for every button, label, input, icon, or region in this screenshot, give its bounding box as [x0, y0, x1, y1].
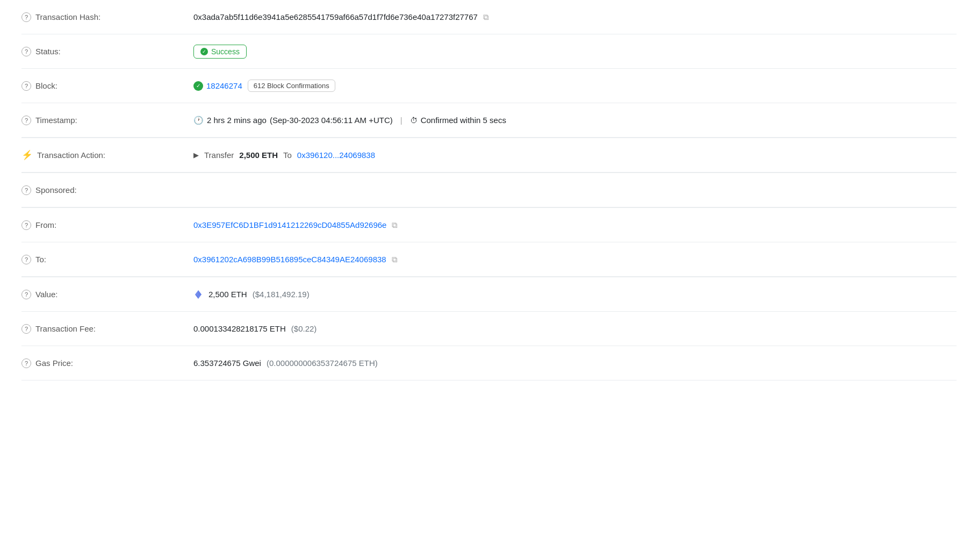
to-row: ? To: 0x3961202cA698B99B516895ceC84349AE…	[21, 242, 957, 277]
to-address-link[interactable]: 0x3961202cA698B99B516895ceC84349AE240698…	[193, 255, 386, 264]
transaction-action-label-text: Transaction Action:	[37, 150, 105, 160]
timestamp-confirmed-container: ⏱ Confirmed within 5 secs	[410, 116, 506, 125]
transaction-fee-value: 0.000133428218175 ETH ($0.22)	[193, 324, 957, 333]
from-address-text: 0x3E957EfC6D1BF1d9141212269cD04855Ad9269…	[193, 220, 386, 229]
gas-price-value: 6.353724675 Gwei (0.000000006353724675 E…	[193, 358, 957, 368]
timestamp-confirmed: Confirmed within 5 secs	[421, 116, 506, 125]
action-to-text: To	[283, 150, 292, 160]
transaction-fee-help-icon[interactable]: ?	[21, 324, 31, 334]
transaction-action-value: ▶ Transfer 2,500 ETH To 0x396120...24069…	[193, 150, 957, 160]
from-label-text: From:	[35, 220, 56, 229]
action-arrow-icon: ▶	[193, 151, 199, 159]
svg-marker-1	[198, 290, 202, 296]
value-help-icon[interactable]: ?	[21, 290, 31, 299]
block-check-icon: ✓	[193, 81, 203, 91]
transaction-fee-row: ? Transaction Fee: 0.000133428218175 ETH…	[21, 312, 957, 346]
timestamp-label-text: Timestamp:	[35, 116, 77, 125]
gas-price-label: ? Gas Price:	[21, 358, 193, 368]
timestamp-relative-container: 🕐 2 hrs 2 mins ago (Sep-30-2023 04:56:11…	[193, 116, 393, 125]
transaction-action-label: ⚡ Transaction Action:	[21, 149, 193, 161]
transaction-hash-copy-icon[interactable]: ⧉	[483, 12, 489, 22]
block-number-text: 18246274	[206, 81, 242, 90]
success-dot-icon: ✓	[200, 48, 208, 55]
status-help-icon[interactable]: ?	[21, 47, 31, 56]
timestamp-relative: 2 hrs 2 mins ago	[207, 116, 267, 125]
gas-price-help-icon[interactable]: ?	[21, 358, 31, 368]
from-help-icon[interactable]: ?	[21, 220, 31, 230]
status-label-text: Status:	[35, 47, 61, 56]
value-usd: ($4,181,492.19)	[253, 290, 310, 299]
block-label-text: Block:	[35, 81, 57, 90]
transaction-fee-usd: ($0.22)	[291, 324, 317, 333]
clock-icon: 🕐	[193, 116, 204, 125]
block-help-icon[interactable]: ?	[21, 81, 31, 91]
transaction-fee-amount: 0.000133428218175 ETH	[193, 324, 286, 333]
block-value: ✓ 18246274 612 Block Confirmations	[193, 80, 957, 92]
timestamp-absolute: (Sep-30-2023 04:56:11 AM +UTC)	[270, 116, 393, 125]
transaction-hash-value-text: 0x3ada7ab5f11d6e3941a5e6285541759af66a57…	[193, 12, 478, 21]
lightning-icon: ⚡	[21, 149, 33, 161]
transaction-hash-value: 0x3ada7ab5f11d6e3941a5e6285541759af66a57…	[193, 12, 957, 22]
transaction-hash-label: ? Transaction Hash:	[21, 12, 193, 22]
timestamp-help-icon[interactable]: ?	[21, 116, 31, 125]
transaction-fee-label-text: Transaction Fee:	[35, 324, 96, 333]
transaction-action-row: ⚡ Transaction Action: ▶ Transfer 2,500 E…	[21, 138, 957, 173]
from-label: ? From:	[21, 220, 193, 230]
sponsored-label: ? Sponsored:	[21, 185, 193, 195]
gas-price-row: ? Gas Price: 6.353724675 Gwei (0.0000000…	[21, 346, 957, 380]
status-value: ✓ Success	[193, 45, 957, 59]
timestamp-label: ? Timestamp:	[21, 116, 193, 125]
from-value: 0x3E957EfC6D1BF1d9141212269cD04855Ad9269…	[193, 220, 957, 230]
sponsored-label-text: Sponsored:	[35, 185, 77, 195]
timestamp-value: 🕐 2 hrs 2 mins ago (Sep-30-2023 04:56:11…	[193, 116, 957, 125]
to-label: ? To:	[21, 255, 193, 264]
status-label: ? Status:	[21, 47, 193, 56]
confirmations-text: 612 Block Confirmations	[254, 82, 329, 90]
block-confirmations-badge: 612 Block Confirmations	[248, 80, 335, 92]
to-value: 0x3961202cA698B99B516895ceC84349AE240698…	[193, 255, 957, 264]
from-address-link[interactable]: 0x3E957EfC6D1BF1d9141212269cD04855Ad9269…	[193, 220, 386, 229]
block-row: ? Block: ✓ 18246274 612 Block Confirmati…	[21, 69, 957, 103]
timer-icon: ⏱	[410, 116, 418, 125]
transaction-hash-label-text: Transaction Hash:	[35, 12, 100, 21]
gas-price-eth: (0.000000006353724675 ETH)	[267, 358, 378, 368]
action-amount-text: 2,500 ETH	[239, 150, 278, 160]
timestamp-row: ? Timestamp: 🕐 2 hrs 2 mins ago (Sep-30-…	[21, 103, 957, 138]
value-label-text: Value:	[35, 290, 57, 299]
to-help-icon[interactable]: ?	[21, 255, 31, 264]
eth-diamond-icon	[193, 290, 203, 299]
timestamp-separator: |	[400, 116, 402, 125]
transaction-action-address: 0x396120...24069838	[297, 150, 375, 160]
value-row: ? Value: 2,500 ETH ($4,181,492.19)	[21, 277, 957, 312]
gas-price-amount: 6.353724675 Gwei	[193, 358, 261, 368]
from-row: ? From: 0x3E957EfC6D1BF1d9141212269cD048…	[21, 208, 957, 242]
status-badge: ✓ Success	[193, 45, 247, 59]
to-label-text: To:	[35, 255, 46, 264]
status-row: ? Status: ✓ Success	[21, 34, 957, 69]
sponsored-help-icon[interactable]: ?	[21, 185, 31, 195]
action-prefix-text: Transfer	[204, 150, 234, 160]
from-copy-icon[interactable]: ⧉	[392, 220, 398, 230]
to-address-text: 0x3961202cA698B99B516895ceC84349AE240698…	[193, 255, 386, 264]
sponsored-row: ? Sponsored:	[21, 173, 957, 207]
block-number-link[interactable]: ✓ 18246274	[193, 81, 242, 91]
value-amount: 2,500 ETH	[208, 290, 247, 299]
transaction-hash-row: ? Transaction Hash: 0x3ada7ab5f11d6e3941…	[21, 0, 957, 34]
to-copy-icon[interactable]: ⧉	[392, 255, 398, 264]
value-label: ? Value:	[21, 290, 193, 299]
value-value: 2,500 ETH ($4,181,492.19)	[193, 290, 957, 299]
gas-price-label-text: Gas Price:	[35, 358, 73, 368]
transaction-fee-label: ? Transaction Fee:	[21, 324, 193, 334]
transaction-action-address-link[interactable]: 0x396120...24069838	[297, 150, 375, 160]
transaction-hash-help-icon[interactable]: ?	[21, 12, 31, 22]
status-badge-text: Success	[211, 47, 240, 56]
block-label: ? Block:	[21, 81, 193, 91]
